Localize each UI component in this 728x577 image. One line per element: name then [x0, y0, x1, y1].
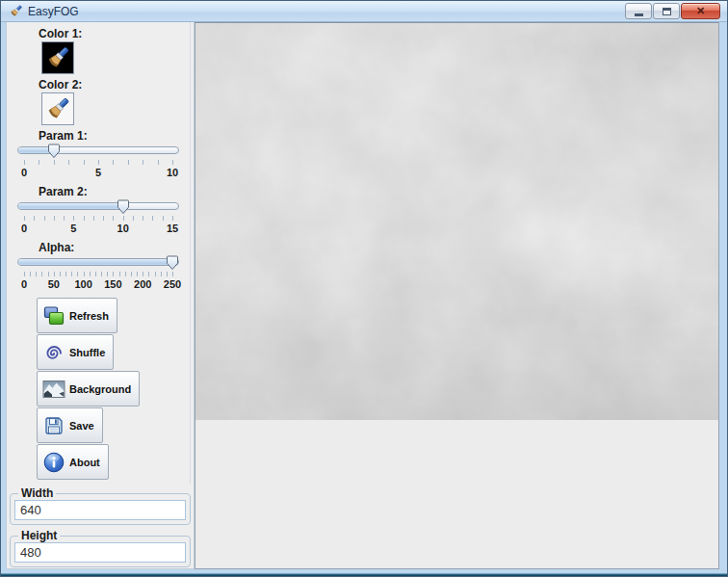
tick-mark	[54, 216, 55, 221]
param1-label: Param 1:	[39, 130, 190, 143]
slider-tick-label: 50	[48, 278, 60, 290]
shuffle-button-label: Shuffle	[69, 347, 105, 358]
background-button[interactable]: Background	[37, 371, 140, 407]
tick-marks	[24, 216, 172, 222]
tick-mark	[107, 272, 108, 276]
alpha-slider-thumb[interactable]	[166, 255, 179, 271]
param1-slider[interactable]: 0510	[17, 144, 179, 180]
tick-mark	[84, 160, 85, 165]
app-window: EasyFOG ✕ Color 1: Color 2: Param 1:	[0, 0, 728, 577]
tick-mark	[128, 160, 129, 165]
title-bar[interactable]: EasyFOG ✕	[1, 1, 727, 22]
tick-mark	[103, 216, 104, 221]
tick-mark	[172, 160, 173, 165]
slider-tick-label: 250	[164, 278, 181, 290]
width-group-label: Width	[18, 486, 56, 500]
tick-mark	[39, 160, 39, 165]
controls-panel: Color 1: Color 2: Param 1: 0510	[7, 22, 191, 484]
width-group: Width	[10, 486, 191, 525]
tick-mark	[54, 272, 55, 276]
window-title: EasyFOG	[28, 5, 79, 18]
tick-mark	[119, 272, 120, 276]
slider-tick-label: 10	[167, 167, 178, 178]
tick-mark	[167, 272, 168, 276]
param1-slider-thumb[interactable]	[47, 144, 61, 159]
alpha-slider[interactable]: 050100150200250	[17, 255, 179, 292]
param2-slider[interactable]: 051015	[17, 199, 179, 236]
tick-mark	[24, 160, 25, 165]
tick-mark	[44, 216, 45, 221]
tick-marks	[24, 160, 172, 166]
color1-button[interactable]	[41, 41, 74, 74]
maximize-button[interactable]	[653, 3, 680, 19]
save-button-label: Save	[69, 420, 94, 432]
tick-mark	[113, 160, 114, 165]
tick-mark	[143, 160, 143, 165]
shuffle-button[interactable]: Shuffle	[37, 334, 114, 370]
shuffle-icon	[42, 341, 65, 364]
color2-button[interactable]	[41, 92, 74, 125]
tick-mark	[90, 272, 91, 276]
tick-mark	[54, 160, 55, 165]
app-paintbrush-icon	[9, 4, 23, 18]
tick-mark	[172, 272, 173, 276]
tick-mark	[137, 272, 138, 276]
close-button[interactable]: ✕	[681, 3, 720, 19]
tick-mark	[131, 272, 132, 276]
tick-mark	[41, 272, 42, 276]
slider-inset: 050100150200250	[24, 255, 172, 292]
slider-tick-label: 5	[95, 167, 101, 178]
slider-inset: 051015	[24, 199, 172, 236]
save-button[interactable]: Save	[37, 407, 103, 443]
width-field[interactable]	[14, 500, 186, 520]
window-content: Color 1: Color 2: Param 1: 0510	[6, 22, 719, 569]
tick-mark	[163, 216, 164, 221]
param2-label: Param 2:	[39, 186, 190, 198]
slider-tick-label: 5	[70, 223, 76, 234]
color1-label: Color 1:	[39, 28, 190, 40]
tick-mark	[24, 272, 25, 276]
tick-mark	[143, 272, 143, 276]
refresh-button[interactable]: Refresh	[37, 298, 117, 333]
tick-mark	[73, 216, 74, 221]
tick-mark	[68, 160, 69, 165]
tick-mark	[95, 272, 96, 276]
tick-mark	[71, 272, 72, 276]
tick-labels: 051015	[24, 223, 172, 235]
tick-mark	[148, 272, 149, 276]
minimize-icon	[635, 13, 643, 16]
about-button-label: About	[69, 457, 100, 468]
tick-labels: 050100150200250	[24, 278, 172, 291]
tick-mark	[34, 216, 35, 221]
slider-inset: 0510	[24, 144, 172, 180]
slider-tick-label: 0	[21, 167, 27, 178]
tick-mark	[143, 216, 143, 221]
tick-mark	[64, 216, 65, 221]
param2-slider-thumb[interactable]	[117, 199, 130, 215]
close-icon: ✕	[696, 6, 705, 16]
slider-tick-label: 15	[167, 223, 178, 234]
tick-mark	[84, 216, 85, 221]
tick-mark	[101, 272, 102, 276]
slider-tick-label: 0	[21, 223, 27, 234]
fog-image	[195, 23, 719, 420]
paintbrush-icon	[44, 44, 71, 71]
refresh-button-label: Refresh	[69, 310, 109, 322]
window-border	[1, 573, 727, 576]
slider-tick-label: 10	[117, 223, 129, 234]
slider-tick-label: 150	[104, 278, 121, 290]
sidebar: Color 1: Color 2: Param 1: 0510	[6, 22, 195, 569]
background-button-label: Background	[69, 383, 131, 395]
height-group: Height	[10, 529, 191, 567]
color2-label: Color 2:	[39, 79, 190, 92]
tick-mark	[125, 272, 126, 276]
about-icon	[42, 451, 65, 474]
about-button[interactable]: About	[37, 444, 109, 480]
tick-mark	[158, 160, 159, 165]
tick-mark	[98, 160, 99, 165]
save-icon	[42, 414, 65, 437]
height-field[interactable]	[14, 542, 186, 563]
tick-labels: 0510	[24, 167, 172, 179]
minimize-button[interactable]	[625, 3, 652, 19]
paintbrush-icon	[44, 95, 71, 122]
